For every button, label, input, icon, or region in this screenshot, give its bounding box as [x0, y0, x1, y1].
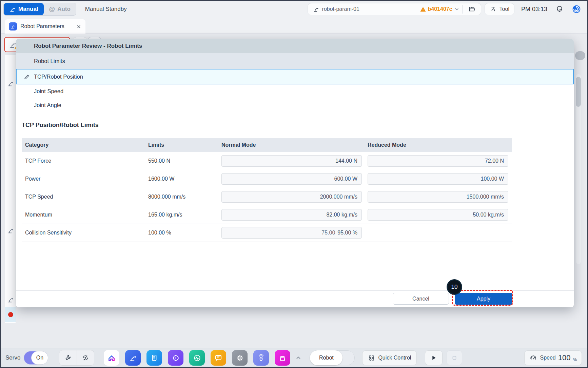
home-app-icon[interactable]	[104, 350, 119, 366]
nav-item-joint-speed[interactable]: Joint Speed	[16, 84, 574, 98]
divider	[462, 5, 463, 14]
limit-cell: 165.00 kg.m/s	[148, 212, 221, 218]
speed-label: Speed	[540, 355, 555, 361]
robot-toggle-label: Robot	[310, 350, 342, 365]
alert-code: b401407c	[428, 6, 452, 12]
normal-mode-input[interactable]: 144.00 N	[221, 155, 362, 167]
current-value: 95.00 %	[337, 230, 357, 236]
servo-label: Servo	[5, 354, 20, 361]
play-button[interactable]	[425, 350, 443, 365]
warning-triangle-icon	[420, 6, 426, 13]
servo-toggle[interactable]: On	[24, 351, 48, 365]
robot-arm-icon	[9, 6, 16, 13]
session-swirl-button[interactable]	[570, 4, 583, 15]
speedometer-icon	[529, 354, 537, 362]
utility-button-group	[59, 350, 94, 366]
alert-chip[interactable]: b401407c	[420, 6, 459, 13]
robot-icon	[7, 227, 14, 234]
task-list-app-icon[interactable]	[146, 350, 162, 366]
quick-control-button[interactable]: Quick Control	[362, 350, 417, 365]
auto-mode-button[interactable]: @ Auto	[44, 3, 76, 15]
tab-robot-parameters[interactable]: Robot Parameters	[5, 19, 85, 34]
bottom-dock: Servo On	[1, 348, 587, 367]
robot-icon	[7, 296, 14, 303]
speed-unit: %	[573, 357, 577, 362]
table-row: Collision Sensitivity 100.00 % 75.00 95.…	[22, 224, 512, 242]
swirl-icon	[572, 5, 581, 14]
robot-icon	[313, 6, 319, 13]
stop-button[interactable]	[447, 350, 462, 365]
speed-value: 100	[558, 353, 571, 362]
reduced-mode-input[interactable]: 72.00 N	[368, 155, 508, 167]
quick-control-label: Quick Control	[378, 355, 411, 361]
category-cell: TCP Force	[22, 158, 148, 164]
speed-control[interactable]: Speed 100 %	[524, 350, 582, 365]
col-header-limits: Limits	[148, 142, 221, 148]
tab-label: Robot Parameters	[20, 23, 73, 29]
mode-switch: Manual @ Auto	[3, 3, 76, 16]
normal-mode-input[interactable]: 75.00 95.00 %	[221, 227, 362, 239]
normal-mode-input[interactable]: 82.00 kg.m/s	[221, 209, 362, 221]
category-cell: Power	[22, 176, 148, 182]
reduced-mode-input[interactable]: 100.00 W	[368, 173, 508, 185]
col-header-normal-mode: Normal Mode	[221, 142, 368, 148]
grid-icon	[368, 354, 375, 362]
shield-user-icon	[555, 5, 564, 13]
reduced-mode-input[interactable]: 1500.000 mm/s	[368, 191, 508, 203]
auto-mode-label: Auto	[57, 6, 71, 13]
nav-item-robot-limits[interactable]: Robot Limits	[16, 53, 574, 69]
nav-item-joint-angle[interactable]: Joint Angle	[16, 98, 574, 112]
content-area: Robot Parameter Review - Robot Limits Ro…	[1, 34, 587, 348]
normal-mode-input[interactable]: 600.00 W	[221, 173, 362, 185]
safety-shield-button[interactable]	[553, 4, 566, 15]
pencil-icon	[23, 73, 31, 80]
robot-selector[interactable]: robot-param-01 b401407c	[308, 3, 481, 15]
background-panel-fragment	[5, 55, 16, 323]
robot-status-text: Manual Standby	[85, 6, 127, 13]
gripper-tool-icon	[490, 6, 497, 13]
normal-mode-input[interactable]: 2000.000 mm/s	[221, 191, 362, 203]
remote-control-app-icon[interactable]	[253, 350, 269, 366]
cancel-button[interactable]: Cancel	[393, 293, 449, 305]
monitoring-app-icon[interactable]	[189, 350, 205, 366]
jog-app-icon[interactable]	[168, 350, 183, 366]
app-dock	[104, 350, 290, 366]
robot-app-icon	[9, 22, 17, 30]
dock-expand-button[interactable]	[295, 354, 302, 361]
folder-icon	[468, 5, 476, 13]
scrollbar-thumb[interactable]	[576, 77, 581, 107]
nav-label: Joint Angle	[34, 102, 61, 108]
update-cycle-button[interactable]	[77, 350, 94, 365]
robot-icon	[7, 80, 14, 87]
background-toggle-fragment	[575, 51, 585, 60]
top-bar: Manual @ Auto Manual Standby robot-param…	[1, 1, 587, 18]
table-row: Power 1600.00 W 600.00 W 100.00 W	[22, 170, 512, 188]
tab-close-button[interactable]	[76, 24, 81, 29]
wrench-button[interactable]	[59, 350, 77, 365]
manual-mode-button[interactable]: Manual	[4, 3, 44, 15]
nav-label: Joint Speed	[34, 88, 63, 95]
auto-icon: @	[49, 6, 55, 13]
log-message-app-icon[interactable]	[211, 350, 226, 366]
limit-cell: 8000.000 mm/s	[148, 194, 221, 200]
record-dot-icon	[8, 312, 13, 317]
modal-footer: Cancel Apply 10	[16, 290, 574, 307]
robot-app-icon[interactable]	[125, 350, 141, 366]
modal-title: Robot Parameter Review - Robot Limits	[16, 39, 574, 53]
category-cell: Collision Sensitivity	[22, 230, 148, 236]
robot-sim-toggle[interactable]: Robot	[310, 350, 355, 365]
limit-cell: 550.00 N	[148, 158, 221, 164]
chevron-up-icon	[295, 354, 302, 361]
robot-name: robot-param-01	[322, 6, 359, 12]
tool-label: Tool	[499, 6, 509, 12]
table-row: TCP Speed 8000.000 mm/s 2000.000 mm/s 15…	[22, 188, 512, 206]
reduced-mode-input[interactable]: 50.00 kg.m/s	[368, 209, 508, 221]
table-row: TCP Force 550.00 N 144.00 N 72.00 N	[22, 152, 512, 170]
previous-value: 75.00	[321, 230, 335, 236]
apply-button[interactable]: Apply	[455, 293, 512, 305]
nav-item-tcp-robot-position[interactable]: TCP/Robot Position	[16, 69, 574, 84]
store-app-icon[interactable]	[275, 350, 290, 366]
tool-button[interactable]: Tool	[485, 3, 514, 15]
settings-app-icon[interactable]	[232, 350, 248, 366]
open-file-button[interactable]	[465, 4, 479, 15]
